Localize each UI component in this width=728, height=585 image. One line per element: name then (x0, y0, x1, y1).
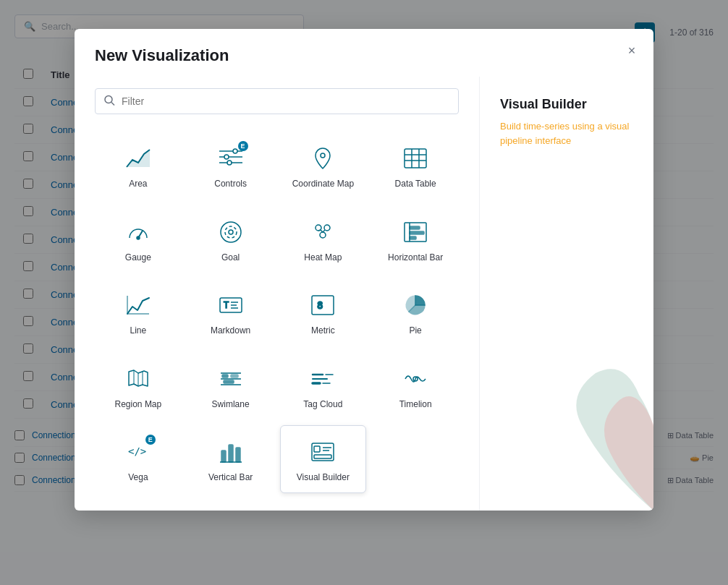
coordinate-map-icon (308, 144, 337, 173)
right-panel: Visual Builder Build time-series using a… (480, 77, 653, 511)
viz-item-vega[interactable]: </> E Vega (95, 425, 182, 493)
viz-item-goal[interactable]: Goal (187, 205, 274, 273)
region-map-icon (124, 364, 153, 393)
viz-label-region-map: Region Map (115, 399, 162, 411)
filter-input-wrap (95, 88, 459, 114)
leaf-decoration (509, 366, 653, 511)
svg-point-3 (224, 155, 229, 159)
metric-icon: 8 (308, 291, 337, 320)
goal-icon (216, 218, 245, 247)
svg-point-20 (225, 226, 237, 238)
svg-rect-63 (314, 446, 320, 452)
controls-icon-wrap: E (216, 144, 245, 173)
viz-label-goal: Goal (221, 252, 240, 264)
svg-text:T: T (224, 300, 229, 310)
svg-point-18 (137, 236, 140, 239)
controls-badge: E (238, 141, 248, 151)
viz-label-pie: Pie (409, 325, 421, 337)
viz-item-region-map[interactable]: Region Map (95, 352, 182, 420)
area-icon (124, 144, 153, 173)
viz-label-controls: Controls (214, 179, 247, 190)
svg-line-26 (323, 230, 325, 232)
viz-item-data-table[interactable]: Data Table (372, 132, 459, 200)
modal-header: New Visualization × (75, 29, 653, 77)
viz-label-gauge: Gauge (125, 252, 151, 264)
viz-item-timelion[interactable]: Timelion (372, 352, 459, 420)
right-panel-title: Visual Builder (500, 97, 633, 112)
svg-text:</>: </> (128, 445, 146, 457)
viz-item-gauge[interactable]: Gauge (95, 205, 182, 273)
viz-item-pie[interactable]: Pie (372, 278, 459, 346)
new-visualization-modal: New Visualization × (75, 29, 653, 511)
modal-body: Area (75, 77, 653, 511)
line-icon (124, 291, 153, 320)
viz-label-coordinate-map: Coordinate Map (292, 179, 354, 190)
viz-item-visual-builder[interactable]: Visual Builder (280, 425, 367, 493)
viz-item-line[interactable]: Line (95, 278, 182, 346)
svg-rect-50 (224, 380, 234, 383)
viz-label-timelion: Timelion (399, 399, 432, 411)
svg-rect-13 (405, 149, 426, 168)
svg-line-27 (318, 230, 321, 231)
viz-label-markdown: Markdown (211, 325, 250, 337)
tag-cloud-icon (308, 364, 337, 393)
filter-input[interactable] (95, 88, 459, 114)
svg-marker-2 (127, 150, 150, 167)
viz-item-metric[interactable]: 8 Metric (280, 278, 367, 346)
visualization-grid: Area (95, 132, 459, 493)
viz-label-vertical-bar: Vertical Bar (208, 472, 253, 484)
viz-label-heat-map: Heat Map (304, 252, 342, 264)
vertical-bar-icon (216, 437, 245, 466)
svg-text:8: 8 (317, 299, 323, 311)
viz-item-controls[interactable]: E Controls (187, 132, 274, 200)
svg-rect-31 (410, 231, 424, 234)
horizontal-bar-icon (401, 218, 430, 247)
markdown-icon: T (216, 291, 245, 320)
svg-point-0 (105, 96, 112, 103)
viz-item-tag-cloud[interactable]: Tag Cloud (280, 352, 367, 420)
svg-rect-59 (229, 445, 233, 462)
viz-label-tag-cloud: Tag Cloud (303, 399, 342, 411)
svg-rect-58 (221, 451, 226, 462)
filter-search-icon (103, 95, 115, 108)
gauge-icon (124, 218, 153, 247)
svg-point-23 (324, 225, 330, 231)
viz-label-vega: Vega (128, 472, 148, 484)
vega-badge: E (145, 435, 156, 445)
svg-point-24 (320, 232, 326, 238)
svg-point-9 (227, 161, 232, 165)
close-button[interactable]: × (622, 40, 642, 61)
svg-point-19 (221, 222, 241, 242)
viz-label-horizontal-bar: Horizontal Bar (388, 252, 443, 264)
modal-overlay: New Visualization × (0, 0, 728, 585)
right-panel-description: Build time-series using a visual pipelin… (500, 119, 633, 148)
modal-title: New Visualization (95, 46, 633, 65)
svg-point-12 (321, 153, 325, 158)
viz-item-heat-map[interactable]: Heat Map (280, 205, 367, 273)
svg-rect-48 (222, 375, 228, 377)
pie-icon (401, 291, 430, 320)
viz-item-vertical-bar[interactable]: Vertical Bar (187, 425, 274, 493)
svg-line-1 (111, 103, 114, 106)
svg-rect-60 (236, 448, 240, 462)
viz-item-markdown[interactable]: T Markdown (187, 278, 274, 346)
svg-rect-66 (314, 455, 331, 458)
timelion-icon (401, 364, 430, 393)
viz-label-data-table: Data Table (395, 179, 436, 190)
svg-rect-32 (410, 236, 416, 239)
viz-label-line: Line (130, 325, 147, 337)
heat-map-icon (308, 218, 337, 247)
swimlane-icon (216, 364, 245, 393)
svg-rect-49 (231, 375, 238, 377)
viz-item-coordinate-map[interactable]: Coordinate Map (280, 132, 367, 200)
viz-item-swimlane[interactable]: Swimlane (187, 352, 274, 420)
viz-item-horizontal-bar[interactable]: Horizontal Bar (372, 205, 459, 273)
vega-icon-wrap: </> E (124, 437, 153, 466)
viz-label-area: Area (129, 179, 147, 190)
viz-item-area[interactable]: Area (95, 132, 182, 200)
viz-label-metric: Metric (311, 325, 335, 337)
left-panel: Area (75, 77, 480, 511)
viz-label-swimlane: Swimlane (212, 399, 250, 411)
svg-point-6 (233, 149, 237, 153)
visual-builder-icon (308, 437, 337, 466)
